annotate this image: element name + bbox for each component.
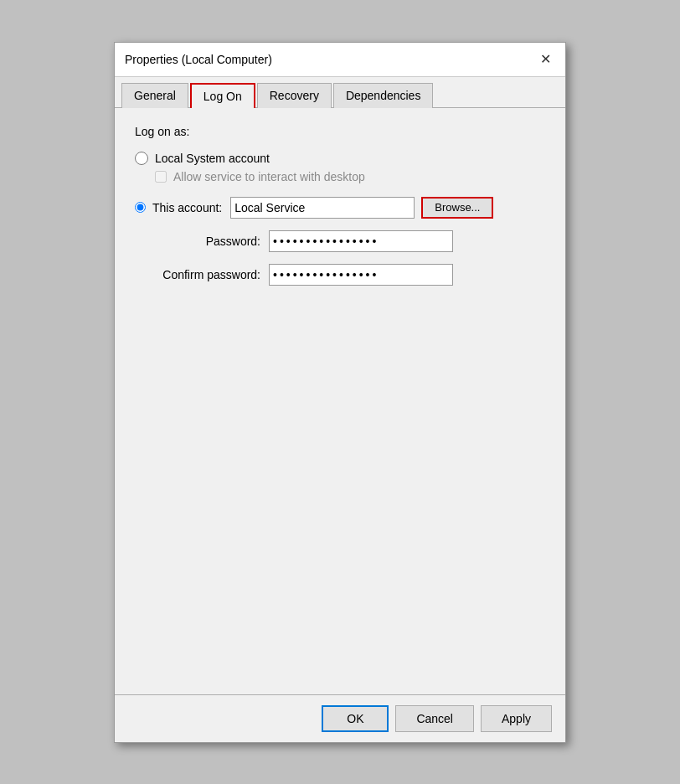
tab-recovery[interactable]: Recovery bbox=[257, 83, 332, 108]
this-account-section: This account: Browse... Password: Confir… bbox=[135, 197, 545, 286]
this-account-radio[interactable] bbox=[135, 202, 146, 213]
password-row: Password: bbox=[135, 230, 545, 252]
local-system-radio[interactable] bbox=[135, 152, 148, 165]
this-account-label[interactable]: This account: bbox=[152, 201, 230, 214]
local-system-label[interactable]: Local System account bbox=[155, 152, 270, 165]
ok-button[interactable]: OK bbox=[322, 705, 389, 732]
bottom-bar: OK Cancel Apply bbox=[115, 694, 565, 742]
confirm-password-input[interactable] bbox=[269, 264, 453, 286]
password-label: Password: bbox=[135, 235, 269, 248]
apply-button[interactable]: Apply bbox=[481, 705, 552, 732]
confirm-password-row: Confirm password: bbox=[135, 264, 545, 286]
allow-interact-label: Allow service to interact with desktop bbox=[173, 170, 365, 183]
account-row: This account: Browse... bbox=[135, 197, 545, 219]
tab-general[interactable]: General bbox=[121, 83, 188, 108]
browse-button[interactable]: Browse... bbox=[421, 197, 493, 219]
close-button[interactable]: ✕ bbox=[535, 49, 555, 70]
confirm-password-label: Confirm password: bbox=[135, 268, 269, 281]
interact-checkbox-row: Allow service to interact with desktop bbox=[155, 170, 545, 183]
tab-bar: General Log On Recovery Dependencies bbox=[115, 77, 565, 108]
cancel-button[interactable]: Cancel bbox=[395, 705, 474, 732]
title-bar: Properties (Local Computer) ✕ bbox=[115, 43, 565, 77]
logon-as-label: Log on as: bbox=[135, 125, 545, 138]
account-input[interactable] bbox=[230, 197, 415, 219]
tab-dependencies[interactable]: Dependencies bbox=[333, 83, 434, 108]
allow-interact-checkbox[interactable] bbox=[155, 171, 167, 183]
properties-dialog: Properties (Local Computer) ✕ General Lo… bbox=[114, 42, 566, 743]
tab-content: Log on as: Local System account Allow se… bbox=[115, 108, 565, 694]
dialog-title: Properties (Local Computer) bbox=[125, 53, 272, 66]
local-system-row: Local System account bbox=[135, 152, 545, 165]
password-input[interactable] bbox=[269, 230, 453, 252]
tab-logon[interactable]: Log On bbox=[190, 83, 255, 108]
